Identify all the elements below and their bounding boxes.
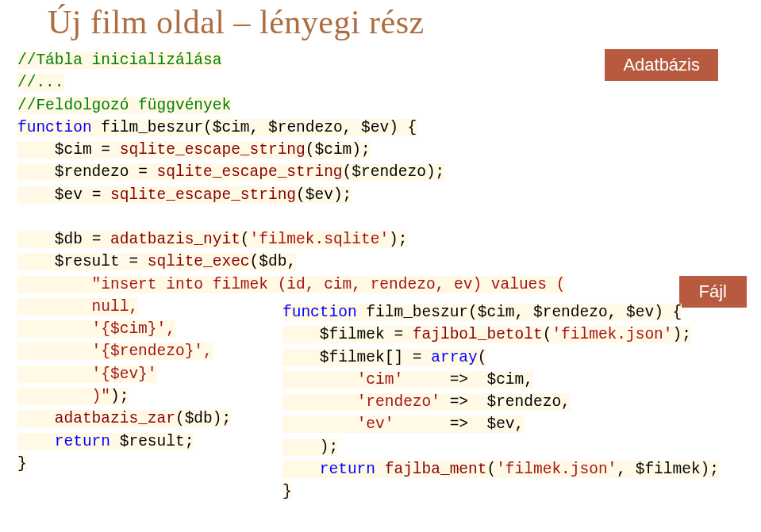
slide-title: Új film oldal – lényegi rész xyxy=(0,0,761,48)
label-database: Adatbázis xyxy=(605,49,718,81)
code-block-file: function film_beszur($cim, $rendezo, $ev… xyxy=(282,301,719,503)
